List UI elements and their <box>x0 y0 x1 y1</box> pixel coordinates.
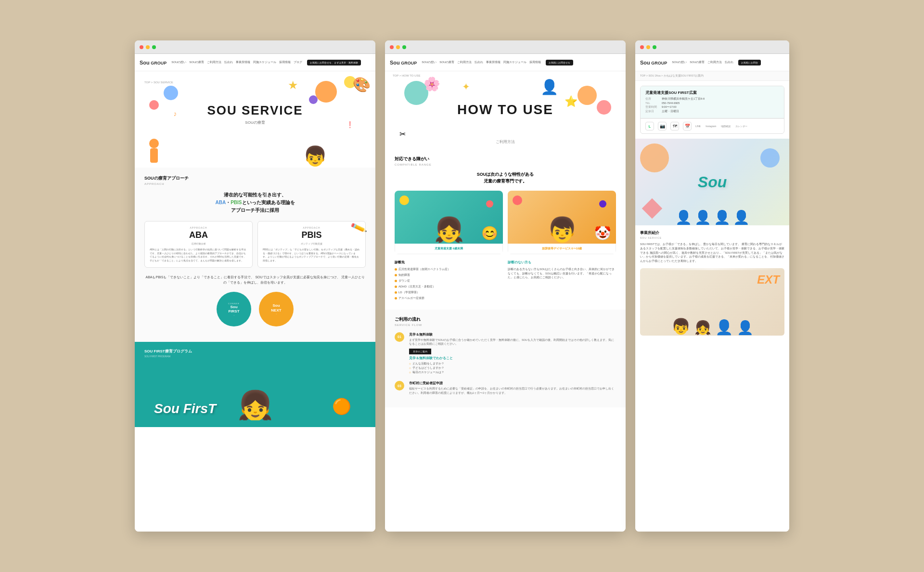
deco-cartoon-bottom: 👦 <box>303 145 327 168</box>
hero-title-container: SOU SERVICE SOUの療育 <box>144 103 366 125</box>
check-item-2: 子どもはどうしますか？ <box>409 366 616 370</box>
photo-deco-1 <box>399 195 409 205</box>
photo-card-first[interactable]: 👧 😊 児童発達支援 6歳未満 <box>395 191 503 254</box>
nav-item-3[interactable]: ご利用方法 <box>207 60 221 65</box>
mid-nav-2[interactable]: SOUの療育 <box>439 60 454 65</box>
flow-visit-btn[interactable]: 見学のご案内 <box>409 349 431 354</box>
disability-item-6: アスペルガー症候群 <box>395 296 503 300</box>
deco-cartoon-right: 🎨 <box>353 76 371 93</box>
mid-nav-3[interactable]: ご利用方法 <box>457 60 472 65</box>
approach-label: APPROACH <box>144 182 366 185</box>
mid-nav-6[interactable]: 同施スケジュール <box>503 60 526 65</box>
nav-item-8[interactable]: プログ <box>294 60 302 65</box>
photo-deco-3 <box>513 195 522 205</box>
right-nav-3[interactable]: ご利用方法 <box>707 60 722 65</box>
disability-item-1: 広汎性発達障害（自閉スペクトラム症） <box>395 267 503 272</box>
map-icon[interactable]: 🗺 <box>670 122 679 130</box>
right-nav-4[interactable]: 払出れ <box>725 60 733 65</box>
service-btn-next[interactable]: SouNEXT ↓ <box>259 292 294 326</box>
instagram-icon[interactable]: 📷 <box>658 122 667 130</box>
hours-value: 9:00〜17:00 <box>662 105 676 109</box>
how-deco-figure: 👤 <box>540 78 558 95</box>
checklist-header: 見学＆無料体験でわかること <box>409 356 616 361</box>
compatible-label: COMPATIBLE RANGE <box>395 163 616 166</box>
nav-item-6[interactable]: 同施スケジュール <box>253 60 276 65</box>
mid-nav-1[interactable]: SOUの想い <box>422 60 436 65</box>
nav-logo-middle: Sou GROUP <box>390 60 417 65</box>
minimize-dot-right[interactable] <box>646 45 650 49</box>
right-main-photo: Sou 👤 👤 👤 👤 <box>635 139 789 225</box>
aba-card: APPROACH ABA 応用行動分析 ABAとは「人間の行動に注目する」という… <box>144 221 253 268</box>
browser-chrome-left <box>135 40 375 54</box>
close-dot[interactable] <box>140 45 143 49</box>
maximize-dot[interactable] <box>152 45 156 49</box>
window-light <box>640 268 784 270</box>
holiday-label: 定休日 <box>645 110 660 113</box>
nav-items-right: SOUの想い SOUの療育 ご利用方法 払出れ お気軽にお問合 <box>672 60 761 65</box>
close-dot-right[interactable] <box>640 45 644 49</box>
maximize-dot-right[interactable] <box>653 45 656 49</box>
pbis-name: PBIS <box>263 230 360 240</box>
nav-item-5[interactable]: 事業所情報 <box>236 60 250 65</box>
photo-next-img: 👦 🤡 <box>508 191 616 244</box>
nav-cta-btn-left[interactable]: お気軽にお問合せを、まずは見学・無料体験 <box>307 60 361 65</box>
staff-4: 👤 <box>733 209 750 225</box>
disability-item-2: 知的障害 <box>395 273 503 277</box>
disability-section: 診断先 広汎性発達障害（自閉スペクトラム症） 知的障害 ダウン症 ADHD（注意… <box>395 260 616 302</box>
service-btn-next-name: SouNEXT <box>271 303 281 312</box>
pbis-subtitle: ポジティブ行動支援 <box>263 242 360 245</box>
nav-items-left: SOUの想い SOUの療育 ご利用方法 払出れ 事業所情報 同施スケジュール 採… <box>171 60 361 65</box>
approach-title: SOUの療育アプローチ <box>144 175 366 182</box>
service-btn-next-sub: ↓ <box>276 312 277 315</box>
disability-col2: 診断のない方も 診断のある方もない方もSOUはたくさんのお子様と向き合い、具体的… <box>508 260 616 302</box>
nav-cta-btn-middle[interactable]: お気軽にお問合せを <box>546 60 573 65</box>
maximize-dot-mid[interactable] <box>402 45 406 49</box>
nav-item-7[interactable]: 採用情報 <box>279 60 291 65</box>
line-icon[interactable]: L <box>645 122 654 130</box>
right-nav-1[interactable]: SOUの想い <box>672 60 687 65</box>
mid-nav-4[interactable]: 払出れ <box>475 60 483 65</box>
flow-step-3: 03 市町村に受給者証申請 福祉サービスを利用するために必要な「受給者証」の申請… <box>395 381 616 395</box>
photo-first-img: 👧 😊 <box>395 191 503 244</box>
location-holiday: 定休日 土曜・日曜日 <box>645 110 779 113</box>
pbis-card: APPROACH PBIS ポジティブ行動支援 PBISとは「ポジティブ」な「子… <box>257 221 366 268</box>
minimize-dot-mid[interactable] <box>396 45 400 49</box>
photo-deco-2 <box>486 200 493 208</box>
left-browser-card: Sou GROUP SOUの想い SOUの療育 ご利用方法 払出れ 事業所情報 … <box>135 40 375 532</box>
nav-cta-btn-right[interactable]: お気軽にお問合 <box>738 60 761 65</box>
calendar-icon[interactable]: 📅 <box>683 122 692 130</box>
minimize-dot[interactable] <box>146 45 150 49</box>
disability-item-4: ADHD（注意欠乏・多動症） <box>395 285 503 289</box>
right-breadcrumb: TOP > SOU 2fica > かねはな支援SOU FIRSTお案内 <box>635 71 789 81</box>
browser-chrome-right <box>635 40 789 54</box>
method-cards: APPROACH ABA 応用行動分析 ABAとは「人間の行動に注目する」という… <box>144 221 366 268</box>
right-nav-2[interactable]: SOUの療育 <box>690 60 705 65</box>
tel-value: 050-7944-9905 <box>662 102 680 104</box>
first-service-label: 児童発達支援 6歳未満 <box>395 244 503 254</box>
location-name: 児童発達支援SOU FIRST広案 <box>645 90 779 95</box>
how-title: HOW TO USE <box>457 102 553 117</box>
intro-subtitle: SOU SERVICE <box>640 236 784 239</box>
mid-nav-7[interactable]: 採用情報 <box>529 60 541 65</box>
photo-deco-4 <box>599 200 606 208</box>
nav-logo-right: Sou GROUP <box>640 60 667 65</box>
compatible-section: 対応できる障がい COMPATIBLE RANGE SOUは次のような特性がある… <box>385 148 626 310</box>
nav-item-2[interactable]: SOUの療育 <box>189 60 204 65</box>
nav-item-4[interactable]: 払出れ <box>224 60 233 65</box>
bottom-photo-figures: 👦 👧 👤 👤 <box>667 317 758 336</box>
deco-figure-left <box>144 139 164 168</box>
mid-nav-5[interactable]: 事業所情報 <box>486 60 500 65</box>
nav-item-1[interactable]: SOUの想い <box>171 60 186 65</box>
how-subtitle: ご利用方法 <box>496 139 515 144</box>
close-dot-mid[interactable] <box>390 45 394 49</box>
child-figure-2: 👧 <box>694 320 711 336</box>
pbis-label: APPROACH <box>263 226 360 229</box>
boy-figure: 👦 <box>547 216 577 244</box>
service-btn-first[interactable]: CONNER SouFIRST ↓ <box>217 292 251 326</box>
flow-step-1: 01 見学＆無料体験 まず見学や無料体験でSOUのお子様に合うか確かめていただく… <box>395 332 616 376</box>
how-deco-star3: ✦ <box>462 81 470 92</box>
photo-card-next[interactable]: 👦 🤡 放課後等デイサービス 6〜18歳 <box>508 191 616 254</box>
mascot-first: 😊 <box>481 225 498 241</box>
hero-title-left: SOU SERVICE <box>144 103 366 118</box>
hero-subtitle-left: SOUの療育 <box>144 120 366 125</box>
